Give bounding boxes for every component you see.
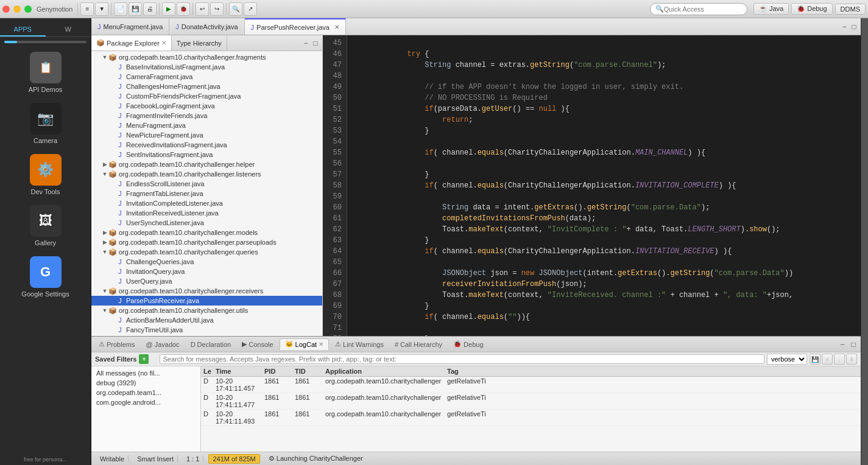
logcat-search-input[interactable] xyxy=(160,354,764,364)
tree-file-frag-tab[interactable]: J FragmentTabListener.java xyxy=(91,189,322,198)
tree-file-camera-frag[interactable]: J CameraFragment.java xyxy=(91,72,322,82)
tree-file-challenge-queries[interactable]: J ChallengeQueries.java xyxy=(91,257,322,267)
pkg-maximize-btn[interactable]: □ xyxy=(311,39,320,47)
tree-file-customfb[interactable]: J CustomFbFriendsPickerFragment.java xyxy=(91,91,322,101)
type-hierarchy-tab[interactable]: Type Hierarchy xyxy=(172,35,227,51)
tree-file-user-synched[interactable]: J UserSynchedListener.java xyxy=(91,218,322,228)
quick-access-input[interactable] xyxy=(664,5,742,13)
java-perspective-btn[interactable]: ☕ Java xyxy=(753,3,789,15)
app-item-api-demos[interactable]: 📋 API Demos xyxy=(0,47,91,98)
tree-file-newpic[interactable]: J NewPictureFragment.java xyxy=(91,130,322,140)
add-filter-btn[interactable]: + xyxy=(139,354,149,364)
tab-lint-warnings[interactable]: ⚠ Lint Warnings xyxy=(330,339,389,349)
tree-file-inv-query[interactable]: J InvitationQuery.java xyxy=(91,267,322,276)
tree-pkg-listeners[interactable]: ▼ 📦 org.codepath.team10.charitychallenge… xyxy=(91,169,322,179)
tree-pkg-fragments[interactable]: ▼ 📦 org.codepath.team10.charitychallenge… xyxy=(91,52,322,62)
editor-area: 45 46 47 48 49 50 51 52 53 54 55 56 57 5… xyxy=(323,35,861,336)
tab-console[interactable]: ▶ Console xyxy=(237,339,278,349)
app-item-camera[interactable]: 📷 Camera xyxy=(0,98,91,149)
tree-label: FragmentInviteFriends.java xyxy=(126,112,207,119)
pkg-minimize-btn[interactable]: − xyxy=(302,39,310,47)
bottom-maximize-btn[interactable]: □ xyxy=(849,340,858,349)
app-item-gallery[interactable]: 🖼 Gallery xyxy=(0,200,91,251)
tab-debug[interactable]: 🐞 Debug xyxy=(448,339,488,349)
toolbar-save-btn[interactable]: 💾 xyxy=(129,2,142,16)
window-maximize-btn[interactable] xyxy=(24,5,32,13)
toolbar-redo-btn[interactable]: ↪ xyxy=(210,2,224,16)
code-editor[interactable]: try { String channel = extras.getString(… xyxy=(347,35,861,336)
logcat-verbose-select[interactable]: verbose debug info warn error xyxy=(767,354,807,365)
toolbar-btn-2[interactable]: ▼ xyxy=(95,2,108,16)
tree-file-inv-complete[interactable]: J InvitationCompletedListener.java xyxy=(91,198,322,208)
window-close-btn[interactable] xyxy=(2,5,10,13)
tab-call-hierarchy[interactable]: # Call Hierarchy xyxy=(390,340,447,349)
sidebar-tab-apps[interactable]: APPS xyxy=(0,23,46,37)
right-panel xyxy=(861,18,868,465)
filter-debug[interactable]: debug (3929) xyxy=(94,379,198,387)
app-item-dev-tools[interactable]: ⚙️ Dev Tools xyxy=(0,149,91,200)
logcat-scroll-btn[interactable]: ↓ xyxy=(834,354,845,365)
toolbar-new-btn[interactable]: 📄 xyxy=(114,2,127,16)
logcat-filter-btn[interactable]: ⬇ xyxy=(846,354,857,365)
tree-file-endless-scroll[interactable]: J EndlessScrollListener.java xyxy=(91,179,322,189)
quick-access-search[interactable]: 🔍 xyxy=(650,3,747,15)
window-minimize-btn[interactable] xyxy=(13,5,21,13)
bottom-minimize-btn[interactable]: − xyxy=(838,340,847,349)
tab-parse-push-receiver[interactable]: J ParsePushReceiver.java ✕ xyxy=(245,18,346,35)
pkg-close-icon[interactable]: ✕ xyxy=(161,40,166,46)
toolbar-ref-btn[interactable]: ↗ xyxy=(244,2,257,16)
toolbar-run-btn[interactable]: ▶ xyxy=(162,2,175,16)
tab-logcat[interactable]: 🐱 LogCat ✕ xyxy=(280,338,329,350)
tree-file-fb-login[interactable]: J FacebookLoginFragment.java xyxy=(91,101,322,111)
tree-pkg-helper[interactable]: ▶ 📦 org.codepath.team10.charitychallenge… xyxy=(91,159,322,169)
maximize-editor-btn[interactable]: □ xyxy=(850,23,858,31)
logcat-save-btn[interactable]: 💾 xyxy=(810,354,820,365)
debug-perspective-btn[interactable]: 🐞 Debug xyxy=(791,3,832,15)
toolbar-search-btn[interactable]: 🔍 xyxy=(229,2,242,16)
tree-pkg-utils[interactable]: ▼ 📦 org.codepath.team10.charitychallenge… xyxy=(91,306,322,315)
editor-scroll[interactable]: 45 46 47 48 49 50 51 52 53 54 55 56 57 5… xyxy=(323,35,861,336)
tree-file-challenges[interactable]: J ChallengesHomeFragment.java xyxy=(91,82,322,91)
tab-declaration[interactable]: D Declaration xyxy=(186,340,236,349)
tab-javadoc[interactable]: @ Javadoc xyxy=(141,340,184,349)
tree-pkg-queries[interactable]: ▼ 📦 org.codepath.team10.charitychallenge… xyxy=(91,247,322,257)
tree-file-parse-push-receiver[interactable]: J ParsePushReceiver.java xyxy=(91,296,322,306)
tree-pkg-parseuploads[interactable]: ▶ 📦 org.codepath.team10.charitychallenge… xyxy=(91,237,322,247)
filter-org-codepath[interactable]: org.codepath.team1... xyxy=(94,388,198,397)
gallery-label: Gallery xyxy=(35,239,56,246)
filter-all-messages[interactable]: All messages (no fil... xyxy=(94,369,198,377)
tree-file-actionbar[interactable]: J ActionBarMenuAdderUtil.java xyxy=(91,315,322,325)
toolbar-debug-btn[interactable]: 🐞 xyxy=(177,2,190,16)
sidebar-tab-w[interactable]: W xyxy=(46,23,91,37)
tree-file-menu-frag[interactable]: J MenuFragment.java xyxy=(91,121,322,130)
tab-problems[interactable]: ⚠ Problems xyxy=(94,339,139,349)
package-icon: 📦 xyxy=(108,248,117,256)
tree-file-user-query[interactable]: J UserQuery.java xyxy=(91,276,322,286)
tree-file-inv-received[interactable]: J InvitationReceivedListener.java xyxy=(91,208,322,218)
package-explorer-tab[interactable]: 📦 Package Explorer ✕ xyxy=(91,35,172,51)
toolbar-print-btn[interactable]: 🖨 xyxy=(143,2,157,16)
tree-file-baseinvitations[interactable]: J BaseInvitationsListFragment.java xyxy=(91,62,322,72)
tree-pkg-receivers[interactable]: ▼ 📦 org.codepath.team10.charitychallenge… xyxy=(91,286,322,296)
tab-close-icon[interactable]: ✕ xyxy=(334,24,339,30)
filter-com-google[interactable]: com.google.android... xyxy=(94,398,198,407)
toolbar-undo-btn[interactable]: ↩ xyxy=(196,2,209,16)
logcat-row-3[interactable]: D 10-20 17:41:11.493 1861 1861 org.codep… xyxy=(201,410,861,426)
tree-file-received-inv[interactable]: J ReceivedInvitationsFragment.java xyxy=(91,140,322,150)
logcat-row-2[interactable]: D 10-20 17:41:11.477 1861 1861 org.codep… xyxy=(201,393,861,410)
toolbar-btn-1[interactable]: ≡ xyxy=(80,2,94,16)
app-item-google-settings[interactable]: G Google Settings xyxy=(0,251,91,302)
tab-menu-fragment[interactable]: J MenuFragment.java xyxy=(91,18,169,35)
logcat-close-icon[interactable]: ✕ xyxy=(319,341,323,348)
col-pid: PID xyxy=(264,368,295,375)
tab-donate-activity[interactable]: J DonateActivity.java xyxy=(169,18,244,35)
package-tree[interactable]: ▼ 📦 org.codepath.team10.charitychallenge… xyxy=(91,51,322,336)
logcat-row-1[interactable]: D 10-20 17:41:11.457 1861 1861 org.codep… xyxy=(201,377,861,393)
logcat-clear-btn[interactable]: ✕ xyxy=(822,354,833,365)
tree-file-fragment-invite[interactable]: J FragmentInviteFriends.java xyxy=(91,111,322,121)
tree-file-fancytime[interactable]: J FancyTimeUtil.java xyxy=(91,325,322,335)
ddms-perspective-btn[interactable]: DDMS xyxy=(835,4,866,15)
tree-file-sent-inv[interactable]: J SentInvitationsFragment.java xyxy=(91,150,322,159)
minimize-editor-btn[interactable]: − xyxy=(840,23,849,31)
tree-pkg-models[interactable]: ▶ 📦 org.codepath.team10.charitychallenge… xyxy=(91,228,322,237)
